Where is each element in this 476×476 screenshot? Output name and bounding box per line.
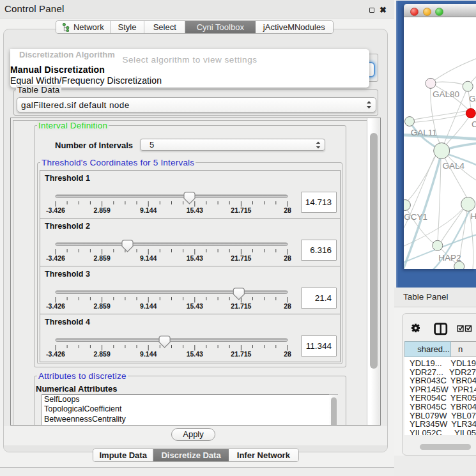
svg-text:C: C: [472, 119, 476, 129]
svg-text:GAL4: GAL4: [443, 161, 465, 171]
svg-text:HAP2: HAP2: [438, 253, 461, 263]
svg-text:GAL11: GAL11: [411, 128, 437, 137]
svg-text:H: H: [471, 211, 476, 221]
svg-text:GAL80: GAL80: [433, 89, 459, 99]
svg-text:GCY1: GCY1: [404, 212, 427, 222]
svg-text:GA: GA: [469, 94, 476, 104]
